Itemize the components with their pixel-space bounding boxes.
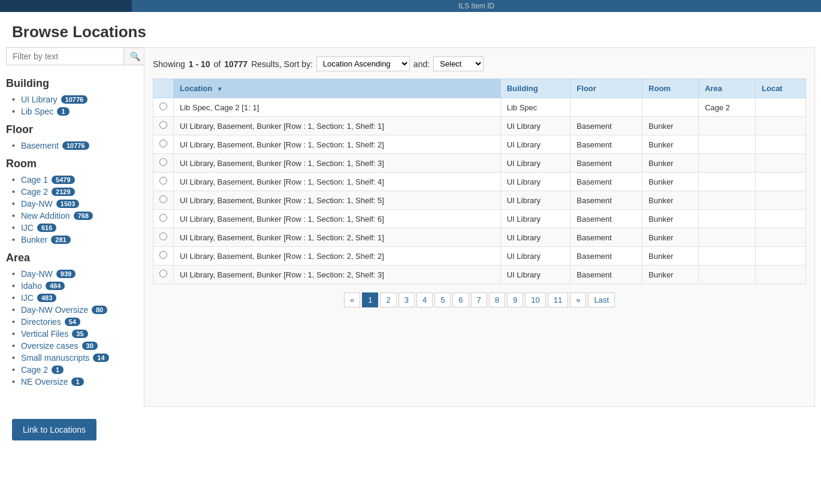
area-link[interactable]: Cage 2 (21, 365, 48, 375)
table-row: UI Library, Basement, Bunker [Row : 1, S… (153, 228, 806, 247)
sort-select[interactable]: Location AscendingLocation DescendingBui… (316, 56, 410, 71)
area-item: •Small manuscripts14 (12, 353, 138, 363)
floor-link[interactable]: Basement (21, 141, 59, 150)
row-radio-cell[interactable] (153, 98, 174, 117)
room-link[interactable]: IJC (21, 223, 34, 233)
building-item: •UI Library10776 (12, 95, 138, 104)
row-radio-cell[interactable] (153, 247, 174, 265)
pagination-prev[interactable]: « (344, 292, 360, 307)
pagination-page[interactable]: 8 (489, 292, 505, 307)
col-floor[interactable]: Floor (571, 79, 642, 98)
col-location[interactable]: Location ▼ (174, 79, 501, 98)
room-link[interactable]: Cage 1 (21, 175, 48, 185)
row-locat (756, 247, 806, 265)
row-radio[interactable] (159, 121, 167, 129)
room-badge: 5479 (52, 176, 74, 184)
col-building[interactable]: Building (500, 79, 571, 98)
building-link[interactable]: Lib Spec (21, 107, 53, 116)
room-link[interactable]: Bunker (21, 235, 47, 245)
area-badge: 14 (93, 354, 108, 362)
row-radio-cell[interactable] (153, 135, 174, 154)
col-room[interactable]: Room (642, 79, 699, 98)
pagination-page[interactable]: 5 (434, 292, 451, 307)
table-row: UI Library, Basement, Bunker [Row : 1, S… (153, 191, 806, 210)
results-label: Results, Sort by: (251, 59, 313, 69)
area-link[interactable]: Day-NW (21, 269, 53, 279)
row-building: UI Library (500, 210, 571, 228)
table-row: UI Library, Basement, Bunker [Row : 1, S… (153, 210, 806, 228)
content-area: Showing 1 - 10 of 10777 Results, Sort by… (144, 47, 815, 407)
row-room: Bunker (642, 154, 699, 173)
row-room: Bunker (642, 173, 699, 191)
row-location: UI Library, Basement, Bunker [Row : 1, S… (174, 173, 501, 191)
pagination-page[interactable]: 4 (416, 292, 433, 307)
pagination-page[interactable]: 9 (507, 292, 523, 307)
building-link[interactable]: UI Library (21, 95, 58, 104)
row-radio-cell[interactable] (153, 265, 174, 284)
search-input[interactable] (6, 47, 123, 65)
row-radio[interactable] (159, 177, 167, 185)
row-floor: Basement (571, 117, 642, 135)
pagination-page[interactable]: 1 (362, 292, 378, 307)
row-radio-cell[interactable] (153, 117, 174, 135)
room-badge: 616 (37, 224, 56, 232)
pagination-last[interactable]: Last (588, 292, 615, 307)
room-badge: 768 (74, 212, 93, 220)
building-item: •Lib Spec1 (12, 107, 138, 116)
area-link[interactable]: Directories (21, 317, 61, 327)
row-radio[interactable] (159, 270, 167, 277)
row-radio-cell[interactable] (153, 173, 174, 191)
room-link[interactable]: New Addition (21, 211, 70, 221)
area-link[interactable]: Idaho (21, 281, 42, 291)
pagination-page[interactable]: 2 (380, 292, 396, 307)
area-list: •Day-NW939•Idaho484•IJC483•Day-NW Oversi… (6, 269, 138, 387)
area-badge: 54 (65, 318, 80, 326)
col-locat[interactable]: Locat (756, 79, 806, 98)
area-badge: 80 (92, 306, 107, 314)
area-link[interactable]: Vertical Files (21, 329, 68, 339)
room-link[interactable]: Cage 2 (21, 187, 48, 197)
area-link[interactable]: Oversize cases (21, 341, 79, 351)
row-radio[interactable] (159, 158, 167, 166)
row-building: Lib Spec (500, 98, 571, 117)
pagination-page[interactable]: 10 (525, 292, 545, 307)
row-radio[interactable] (159, 251, 167, 259)
building-list: •UI Library10776•Lib Spec1 (6, 95, 138, 116)
pagination-next[interactable]: » (570, 292, 586, 307)
row-floor: Basement (571, 154, 642, 173)
room-link[interactable]: Day-NW (21, 199, 53, 209)
col-area[interactable]: Area (699, 79, 756, 98)
area-item: •IJC483 (12, 293, 138, 303)
area-link[interactable]: NE Oversize (21, 377, 68, 387)
pagination-page[interactable]: 7 (471, 292, 487, 307)
row-radio-cell[interactable] (153, 154, 174, 173)
row-area (699, 265, 756, 284)
row-radio-cell[interactable] (153, 191, 174, 210)
row-radio[interactable] (159, 140, 167, 147)
row-radio[interactable] (159, 214, 167, 222)
row-area (699, 191, 756, 210)
area-link[interactable]: IJC (21, 293, 34, 303)
area-link[interactable]: Small manuscripts (21, 353, 89, 363)
row-area (699, 210, 756, 228)
secondary-select[interactable]: SelectOption 1Option 2 (433, 56, 484, 71)
row-radio-cell[interactable] (153, 210, 174, 228)
row-radio[interactable] (159, 195, 167, 203)
row-room: Bunker (642, 228, 699, 247)
pagination-page[interactable]: 6 (452, 292, 469, 307)
area-badge: 939 (56, 270, 76, 278)
area-badge: 484 (46, 282, 65, 290)
area-item: •Cage 21 (12, 365, 138, 375)
top-bar-center: ILS Item ID (132, 2, 821, 10)
table-row: UI Library, Basement, Bunker [Row : 1, S… (153, 173, 806, 191)
row-locat (756, 98, 806, 117)
area-link[interactable]: Day-NW Oversize (21, 305, 88, 315)
row-radio-cell[interactable] (153, 228, 174, 247)
link-to-locations-button[interactable]: Link to Locations (12, 419, 96, 440)
row-building: UI Library (500, 265, 571, 284)
pagination-page[interactable]: 3 (399, 292, 415, 307)
row-radio[interactable] (159, 102, 167, 110)
area-section-title: Area (6, 252, 138, 264)
row-radio[interactable] (159, 233, 167, 240)
pagination-page[interactable]: 11 (548, 292, 568, 307)
